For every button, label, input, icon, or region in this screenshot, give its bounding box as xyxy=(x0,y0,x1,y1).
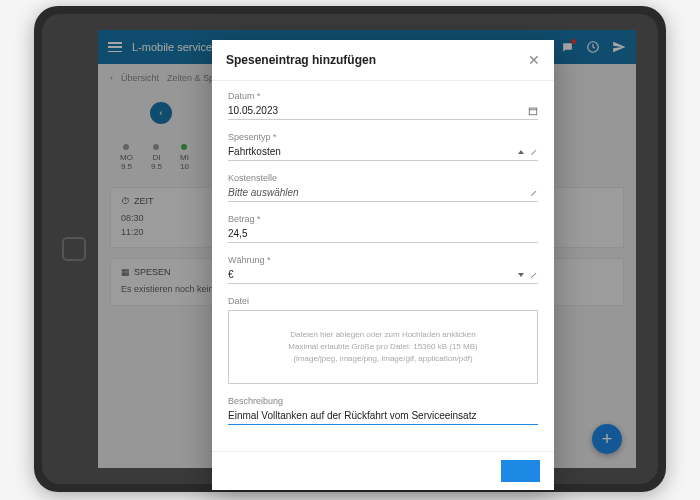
waehrung-select[interactable]: € xyxy=(228,269,538,284)
datum-input[interactable] xyxy=(228,105,528,116)
datum-label: Datum * xyxy=(228,91,538,101)
edit-icon xyxy=(530,148,538,156)
beschreibung-input[interactable] xyxy=(228,410,538,421)
home-button[interactable] xyxy=(62,237,86,261)
spesentyp-select[interactable]: Fahrtkosten xyxy=(228,146,538,161)
modal-title: Speseneintrag hinzufügen xyxy=(226,53,376,67)
expense-modal: Speseneintrag hinzufügen ✕ Datum * Spese… xyxy=(212,40,554,490)
submit-button[interactable] xyxy=(501,460,540,482)
beschreibung-input-row[interactable] xyxy=(228,410,538,425)
chevron-down-icon xyxy=(518,150,524,154)
chevron-down-icon xyxy=(518,273,524,277)
waehrung-value: € xyxy=(228,269,518,280)
field-waehrung: Währung * € xyxy=(228,255,538,284)
close-icon[interactable]: ✕ xyxy=(528,52,540,68)
spesentyp-value: Fahrtkosten xyxy=(228,146,518,157)
file-dropzone[interactable]: Dateien hier ablegen oder zum Hochladen … xyxy=(228,310,538,384)
beschreibung-label: Beschreibung xyxy=(228,396,538,406)
field-spesentyp: Spesentyp * Fahrtkosten xyxy=(228,132,538,161)
kostenstelle-placeholder: Bitte auswählen xyxy=(228,187,530,198)
modal-footer xyxy=(212,451,554,490)
waehrung-label: Währung * xyxy=(228,255,538,265)
betrag-input[interactable] xyxy=(228,228,538,239)
betrag-label: Betrag * xyxy=(228,214,538,224)
modal-header: Speseneintrag hinzufügen ✕ xyxy=(212,40,554,81)
datei-label: Datei xyxy=(228,296,538,306)
field-datei: Datei Dateien hier ablegen oder zum Hoch… xyxy=(228,296,538,384)
dropzone-text-2: Maximal erlaubte Größe pro Datei: 15360 … xyxy=(239,341,527,353)
modal-body: Datum * Spesentyp * Fahrtkosten Kostenst… xyxy=(212,81,554,451)
edit-icon xyxy=(530,189,538,197)
kostenstelle-label: Kostenstelle xyxy=(228,173,538,183)
betrag-input-row[interactable] xyxy=(228,228,538,243)
dropzone-text-1: Dateien hier ablegen oder zum Hochladen … xyxy=(239,329,527,341)
datum-input-row[interactable] xyxy=(228,105,538,120)
spesentyp-label: Spesentyp * xyxy=(228,132,538,142)
calendar-icon[interactable] xyxy=(528,106,538,116)
field-datum: Datum * xyxy=(228,91,538,120)
field-betrag: Betrag * xyxy=(228,214,538,243)
field-beschreibung: Beschreibung xyxy=(228,396,538,425)
edit-icon xyxy=(530,271,538,279)
svg-rect-1 xyxy=(529,108,537,115)
dropzone-text-3: (image/jpeg, image/png, image/gif, appli… xyxy=(239,353,527,365)
field-kostenstelle: Kostenstelle Bitte auswählen xyxy=(228,173,538,202)
kostenstelle-select[interactable]: Bitte auswählen xyxy=(228,187,538,202)
